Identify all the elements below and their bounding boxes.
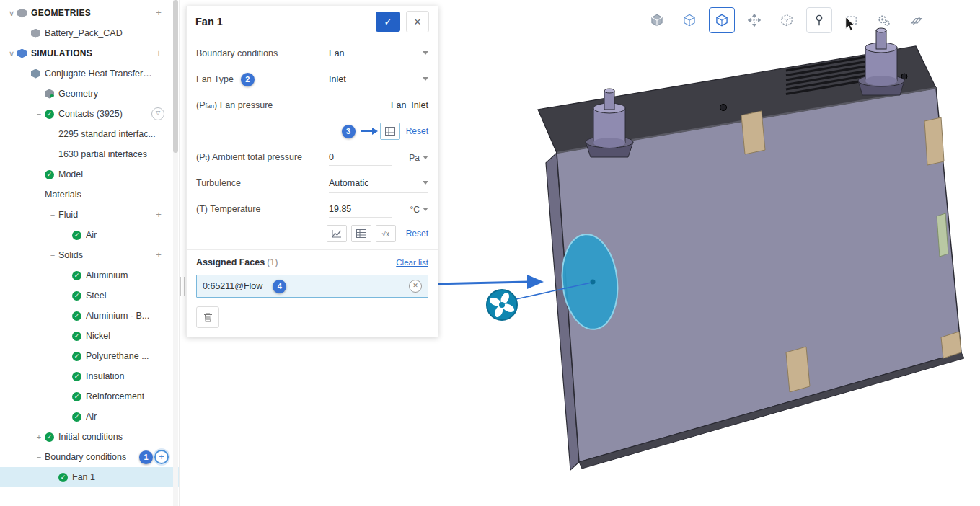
add-button[interactable]: + (153, 209, 164, 221)
temperature-reset-link[interactable]: Reset (406, 228, 428, 239)
filter-icon[interactable]: ▽ (151, 107, 164, 120)
simulations-icon (17, 49, 27, 58)
fan-pressure-reset-link[interactable]: Reset (406, 126, 428, 136)
check-icon: ✓ (72, 392, 81, 401)
apply-button[interactable]: ✓ (376, 12, 400, 32)
cube-edges-icon[interactable] (709, 7, 735, 33)
collapse-icon[interactable]: − (19, 69, 31, 78)
tree-item-solids[interactable]: −Solids+ (0, 245, 179, 265)
tree-item-label: Materials (45, 190, 81, 200)
cube-faces-icon[interactable] (676, 7, 702, 33)
ambient-pressure-input[interactable] (329, 149, 392, 166)
scrollbar-thumb[interactable] (173, 0, 178, 153)
tree-item-initial-conditions[interactable]: +✓Initial conditions (0, 427, 179, 447)
chevron-down-icon (423, 208, 428, 211)
collapse-icon[interactable]: − (33, 453, 45, 461)
tree-item-model[interactable]: ✓Model (0, 164, 179, 185)
move-entities-icon[interactable] (741, 7, 767, 33)
tree-item-battery-pack-cad[interactable]: Battery_Pack_CAD (0, 23, 179, 43)
temperature-unit: °C (410, 205, 420, 215)
fan-pressure-table-row: 3 Reset (196, 118, 428, 144)
chevron-down-icon[interactable]: ∨ (6, 49, 17, 58)
tree-item-label: SIMULATIONS (31, 48, 92, 58)
tree-item-steel[interactable]: ✓Steel (0, 285, 179, 306)
cube-shaded-icon[interactable] (644, 7, 670, 33)
tree-item-1630-partial-interfaces[interactable]: 1630 partial interfaces (0, 144, 179, 164)
turbulence-select[interactable]: Automatic (329, 174, 428, 193)
chevron-down-icon (423, 156, 428, 159)
temperature-unit-select[interactable]: °C (410, 202, 428, 218)
panel-header: Fan 1 ✓ ✕ (187, 6, 438, 37)
turbulence-label: Turbulence (196, 178, 241, 188)
fan-type-select[interactable]: Inlet (329, 70, 428, 89)
table-input-button-2[interactable] (351, 225, 371, 242)
tree-item-label: Aluminium - B... (86, 311, 149, 321)
check-icon: ✓ (45, 170, 54, 179)
panel-resize-handle[interactable] (180, 277, 185, 296)
tree-item-aluminium-b[interactable]: ✓Aluminium - B... (0, 306, 179, 326)
tree-item-conjugate-heat-transfer-v[interactable]: −Conjugate Heat Transfer v... (0, 63, 179, 84)
cube-transparent-icon[interactable] (774, 7, 800, 33)
panel-body: Boundary conditions Fan Fan Type 2 Inlet (187, 37, 438, 337)
tree-item-fluid[interactable]: −Fluid+ (0, 205, 179, 225)
tree-item-simulations[interactable]: ∨SIMULATIONS+ (0, 43, 179, 63)
assigned-face-item[interactable]: 0:65211@Flow 4 ✕ (196, 275, 428, 298)
tree-item-2295-standard-interfac[interactable]: 2295 standard interfac... (0, 124, 179, 144)
remove-face-button[interactable]: ✕ (409, 280, 422, 293)
tree-item-geometries[interactable]: ∨GEOMETRIES+ (0, 3, 179, 23)
table-input-button[interactable] (380, 123, 400, 140)
ambient-pressure-unit-select[interactable]: Pa (409, 150, 428, 166)
expand-icon[interactable]: + (33, 432, 45, 441)
chevron-down-icon (423, 77, 428, 81)
formula-input-button[interactable]: √x (376, 225, 396, 242)
clear-list-link[interactable]: Clear list (396, 258, 428, 267)
tree-item-label: Nickel (86, 331, 110, 341)
tree-item-reinforcement[interactable]: ✓Reinforcement (0, 386, 179, 407)
delete-selection-button[interactable] (196, 306, 219, 328)
chevron-down-icon (423, 51, 428, 55)
add-button[interactable]: + (154, 450, 169, 464)
trash-row (196, 306, 428, 328)
tree-item-air[interactable]: ✓Air (0, 225, 179, 245)
section-plane-icon[interactable] (904, 7, 930, 33)
fan-type-row: Fan Type 2 Inlet (196, 66, 428, 92)
tree-item-aluminium[interactable]: ✓Aluminium (0, 265, 179, 285)
boundary-conditions-select[interactable]: Fan (329, 44, 428, 63)
fan-pressure-row: (Pfan) Fan pressure Fan_Inlet (196, 92, 428, 118)
collapse-icon[interactable]: − (33, 110, 45, 118)
tree-item-materials[interactable]: −Materials (0, 185, 179, 205)
tree-item-boundary-conditions[interactable]: −Boundary conditions1+ (0, 447, 179, 467)
tree-item-polyurethane[interactable]: ✓Polyurethane ... (0, 346, 179, 366)
close-button[interactable]: ✕ (406, 11, 429, 32)
tree-item-label: Air (86, 412, 97, 422)
geometry-check-icon (45, 89, 54, 99)
check-icon: ✓ (45, 110, 54, 119)
tree-item-contacts-3925[interactable]: −✓Contacts (3925)▽ (0, 104, 179, 124)
tree-item-insulation[interactable]: ✓Insulation (0, 366, 179, 386)
tree-item-label: Reinforcement (86, 391, 144, 401)
keypoint-icon[interactable] (806, 7, 832, 33)
chart-input-button[interactable] (327, 225, 347, 242)
temperature-row: (T) Temperature °C (196, 196, 428, 222)
add-button[interactable]: + (153, 249, 164, 261)
collapse-icon[interactable]: − (33, 190, 45, 199)
chevron-down-icon[interactable]: ∨ (6, 9, 17, 18)
add-button[interactable]: + (153, 7, 164, 19)
battery-terminal (858, 28, 904, 95)
collapse-icon[interactable]: − (47, 251, 58, 259)
add-button[interactable]: + (153, 48, 164, 59)
gears-icon[interactable] (871, 7, 897, 33)
tree-item-nickel[interactable]: ✓Nickel (0, 326, 179, 346)
step-badge-2: 2 (241, 73, 255, 86)
tree-item-label: Boundary conditions (45, 452, 126, 462)
simulation-icon (31, 69, 40, 79)
ambient-pressure-label: (Pt) Ambient total pressure (196, 152, 302, 162)
tree-item-label: Aluminium (86, 270, 128, 280)
collapse-icon[interactable]: − (47, 210, 58, 219)
assigned-faces-title: Assigned Faces(1) (196, 257, 278, 267)
tree-item-fan-1[interactable]: ✓Fan 1 (0, 467, 179, 487)
temperature-input[interactable] (329, 201, 392, 218)
sidebar-scrollbar[interactable] (173, 0, 178, 506)
tree-item-geometry[interactable]: Geometry (0, 84, 179, 104)
tree-item-air[interactable]: ✓Air (0, 407, 179, 427)
